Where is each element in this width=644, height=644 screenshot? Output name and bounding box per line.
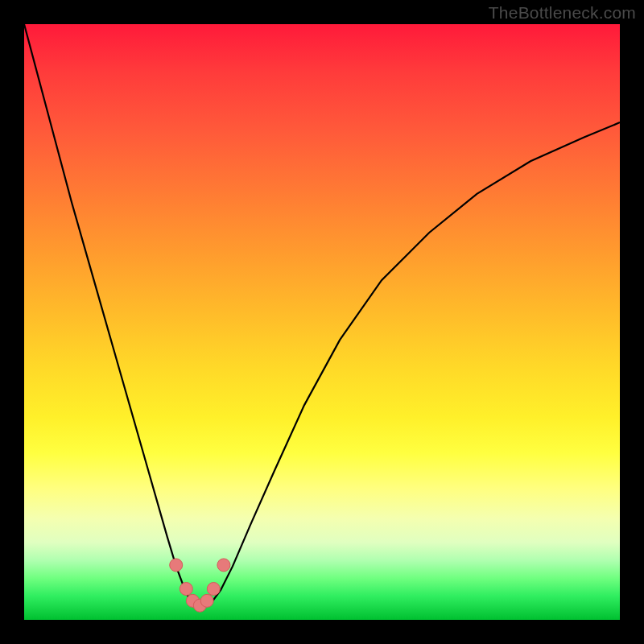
highlight-marker: [170, 559, 183, 572]
highlight-marker: [217, 559, 230, 572]
plot-area: [24, 24, 620, 620]
marker-group: [170, 559, 230, 612]
chart-svg: [24, 24, 620, 620]
watermark-text: TheBottleneck.com: [489, 3, 636, 23]
bottleneck-curve: [24, 24, 620, 607]
chart-frame: TheBottleneck.com: [0, 0, 644, 644]
highlight-marker: [200, 594, 213, 607]
highlight-marker: [180, 583, 192, 596]
highlight-marker: [207, 583, 220, 596]
